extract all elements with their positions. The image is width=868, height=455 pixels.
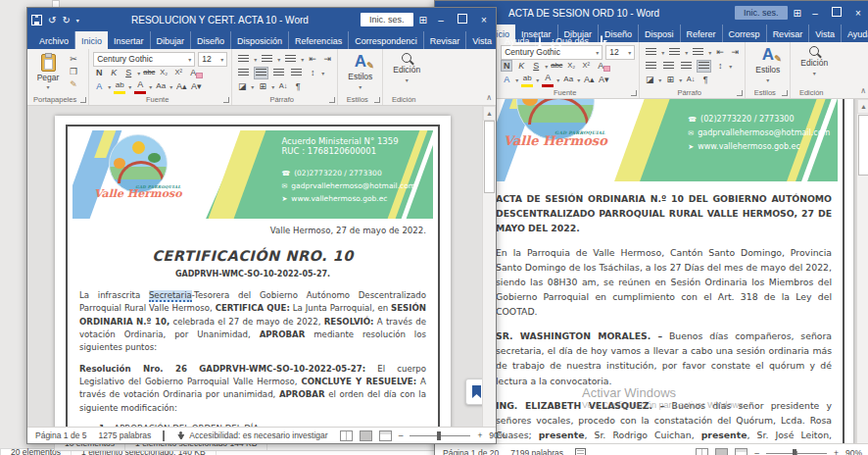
zoom-level[interactable]: 90%	[845, 448, 862, 455]
read-mode-icon[interactable]	[696, 448, 708, 455]
change-case-icon[interactable]: Aa	[155, 80, 167, 92]
sort-icon[interactable]: A↓	[277, 80, 289, 92]
text-effects-icon[interactable]: A	[93, 80, 105, 92]
highlight-color-icon[interactable]: ab	[521, 73, 533, 87]
subscript-button[interactable]: X₂	[158, 67, 169, 78]
collapse-ribbon-icon[interactable]: ∧	[486, 93, 492, 102]
tab-referencias[interactable]: Referer	[681, 25, 723, 42]
grow-font-icon[interactable]: A▴	[175, 80, 187, 92]
tab-inicio[interactable]: Inicio	[75, 31, 108, 49]
increase-indent-icon[interactable]: ⇥	[729, 46, 741, 58]
strikethrough-button[interactable]: abc	[551, 60, 562, 72]
tab-vista[interactable]: Vista	[466, 31, 499, 49]
align-right-icon[interactable]	[271, 67, 286, 79]
align-left-icon[interactable]	[644, 60, 658, 73]
zoom-in-button[interactable]: +	[834, 448, 839, 455]
title-bar[interactable]: ACTA DE SESION ORD 10 - Word Inic. ses. …	[435, 1, 868, 25]
sort-icon[interactable]: A↓	[685, 74, 697, 85]
text-effects-icon[interactable]: A	[501, 74, 512, 85]
zoom-in-button[interactable]: +	[477, 430, 482, 440]
subscript-button[interactable]: X₂	[565, 60, 577, 72]
dialog-launcher-icon[interactable]	[737, 90, 743, 96]
italic-button[interactable]: K	[515, 60, 527, 72]
line-spacing-icon[interactable]: ↕	[307, 67, 318, 78]
bold-button[interactable]: N	[501, 60, 512, 72]
numbering-icon[interactable]	[260, 53, 274, 66]
cert-paragraph-2[interactable]: Resolución Nro. 26 GADPRVH-WMC-SO-10-202…	[79, 363, 426, 415]
font-name-select[interactable]: Century Gothic▾	[93, 52, 195, 67]
proofing-icon[interactable]	[575, 448, 586, 455]
italic-button[interactable]: K	[108, 67, 120, 78]
print-layout-icon[interactable]	[715, 448, 728, 455]
undo-icon[interactable]: ↺	[48, 15, 56, 25]
grow-font-icon[interactable]: A▴	[583, 74, 595, 85]
justify-icon[interactable]	[697, 60, 711, 73]
borders-icon[interactable]: ⊞	[257, 80, 268, 92]
zoom-out-button[interactable]: –	[754, 448, 759, 455]
web-layout-icon[interactable]	[379, 430, 392, 441]
clear-formatting-icon[interactable]: A	[187, 67, 199, 78]
pilcrow-icon[interactable]: ¶	[292, 80, 304, 92]
bullets-icon[interactable]	[236, 53, 251, 66]
tab-vista[interactable]: Vista	[809, 25, 842, 42]
save-icon[interactable]	[31, 15, 42, 25]
vertical-scrollbar[interactable]: ▲	[856, 99, 868, 443]
quick-access-customize-icon[interactable]: ▾	[76, 17, 79, 24]
zoom-slider[interactable]	[410, 435, 470, 436]
zoom-slider-thumb[interactable]	[793, 449, 796, 455]
shrink-font-icon[interactable]: A▾	[598, 74, 609, 85]
maximize-button[interactable]	[455, 14, 470, 25]
tab-revisar[interactable]: Revisar	[424, 31, 467, 49]
read-mode-icon[interactable]	[340, 430, 353, 441]
tab-disposicion[interactable]: Disposición	[231, 31, 289, 49]
minimize-button[interactable]: –	[807, 8, 823, 19]
numbering-icon[interactable]	[667, 46, 682, 59]
cert-paragraph-1[interactable]: La infrascrita Secretaria-Tesorera del G…	[79, 289, 426, 355]
bold-button[interactable]: N	[93, 67, 105, 78]
collapse-ribbon-icon[interactable]: ∧	[860, 86, 866, 95]
scroll-up-icon[interactable]: ▲	[483, 106, 496, 121]
underline-button[interactable]: S	[530, 60, 542, 72]
tab-insertar[interactable]: Insertar	[108, 31, 151, 49]
page-indicator[interactable]: Página 1 de 20	[443, 448, 499, 455]
document-canvas[interactable]: Acuerdo Ministerial N° 1359 RUC : 176812…	[435, 99, 868, 443]
tab-disposicion[interactable]: Disposi	[639, 25, 681, 42]
underline-button[interactable]: S	[122, 67, 134, 78]
tab-diseno[interactable]: Diseño	[191, 31, 231, 49]
tab-referencias[interactable]: Referencias	[289, 31, 349, 49]
web-layout-icon[interactable]	[735, 448, 747, 455]
clear-formatting-icon[interactable]: A	[595, 60, 606, 72]
close-button[interactable]: ×	[850, 8, 866, 19]
decrease-indent-icon[interactable]: ⇤	[714, 46, 726, 58]
tab-archivo[interactable]: Archivo	[33, 31, 75, 49]
zoom-out-button[interactable]: –	[399, 430, 404, 440]
font-size-select[interactable]: 12▾	[605, 45, 635, 60]
paste-button[interactable]: Pegar ▾	[31, 54, 65, 90]
bullets-icon[interactable]	[644, 46, 658, 59]
dialog-launcher-icon[interactable]	[374, 97, 380, 103]
page-indicator[interactable]: Página 1 de 5	[35, 430, 86, 440]
proofing-icon[interactable]	[163, 430, 165, 441]
change-case-icon[interactable]: Aa	[562, 74, 574, 85]
acta-paragraph-1[interactable]: En la Parroquia de Valle Hermoso, Cantón…	[496, 245, 832, 319]
tab-correspondencia[interactable]: Correspondenci	[349, 31, 424, 49]
tab-revisar[interactable]: Revisar	[767, 25, 810, 42]
copy-icon[interactable]: ❐	[68, 66, 79, 77]
scrollbar-thumb[interactable]	[484, 121, 495, 193]
certification-title[interactable]: CERTIFICACIÓN NRO. 10	[79, 245, 426, 267]
line-spacing-icon[interactable]: ↕	[714, 60, 726, 72]
format-painter-icon[interactable]: ✎	[68, 78, 79, 90]
align-center-icon[interactable]	[254, 67, 268, 79]
close-button[interactable]: ×	[476, 15, 492, 25]
redo-icon[interactable]: ↻	[62, 15, 70, 25]
dialog-launcher-icon[interactable]	[782, 90, 788, 96]
zoom-slider[interactable]	[766, 453, 827, 454]
dialog-launcher-icon[interactable]	[329, 97, 335, 103]
acta-title[interactable]: ACTA DE SESIÓN ORDINARIA N.º 10 DEL GOBI…	[496, 191, 832, 235]
tell-me-box[interactable]: ¿Qué des	[544, 31, 595, 49]
justify-icon[interactable]	[289, 67, 304, 79]
list-item-1[interactable]: 1. APROBACIÓN DEL ORDEN DEL DÍA.	[79, 423, 426, 427]
scrollbar-thumb[interactable]	[858, 115, 868, 176]
title-bar[interactable]: ↺ ↻ ▾ RESOLUCION Y CERT. ACTA 10 - Word …	[27, 8, 496, 31]
zoom-level[interactable]: 90%	[489, 430, 506, 440]
